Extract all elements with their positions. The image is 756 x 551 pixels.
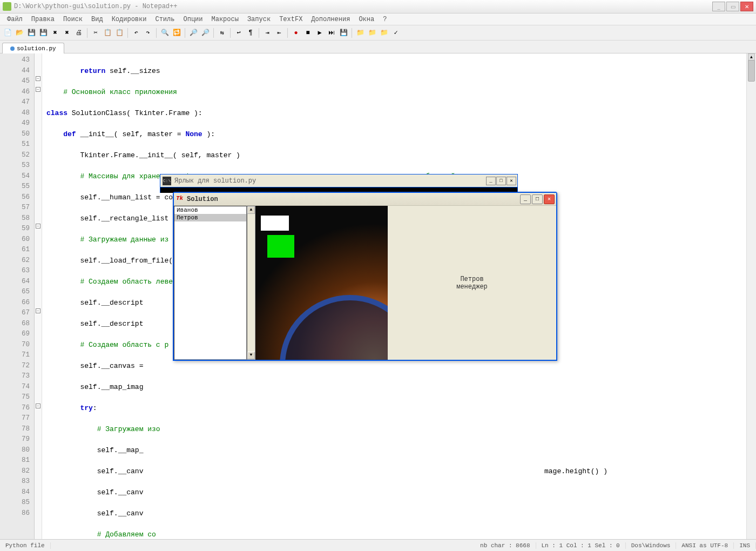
window-title: D:\Work\python-gui\solution.py - Notepad… xyxy=(14,3,177,10)
menu-windows[interactable]: Окна xyxy=(354,15,379,24)
plugin3-icon[interactable]: 📁 xyxy=(379,28,389,38)
console-minimize-button[interactable]: _ xyxy=(486,177,496,185)
menu-options[interactable]: Опции xyxy=(179,15,207,24)
solution-minimize-button[interactable]: _ xyxy=(520,194,531,204)
save-macro-icon[interactable]: 💾 xyxy=(338,28,349,38)
zoom-in-icon[interactable]: 🔎 xyxy=(188,28,199,38)
app-icon xyxy=(3,2,11,11)
solution-close-button[interactable]: ✕ xyxy=(544,194,555,204)
sync-icon[interactable]: ⇆ xyxy=(217,28,227,38)
status-insert: INS xyxy=(734,542,756,549)
list-item[interactable]: Иванов xyxy=(174,206,246,214)
save-icon[interactable]: 💾 xyxy=(26,28,37,38)
close-file-icon[interactable]: ✖ xyxy=(50,28,60,38)
solution-maximize-button[interactable]: □ xyxy=(532,194,543,204)
line-gutter: 4344454647484950515253545556575859606162… xyxy=(0,53,35,549)
list-item[interactable]: Петров xyxy=(174,214,246,221)
hidden-chars-icon[interactable]: ¶ xyxy=(245,28,256,38)
menu-edit[interactable]: Правка xyxy=(27,15,59,24)
fold-box-icon[interactable]: − xyxy=(36,224,40,229)
play-macro-icon[interactable]: ▶ xyxy=(314,28,325,38)
scroll-down-icon[interactable]: ▼ xyxy=(247,352,255,359)
employee-listbox[interactable]: Иванов Петров xyxy=(174,206,247,360)
menu-plugins[interactable]: Дополнения xyxy=(307,15,354,24)
fold-box-icon[interactable]: − xyxy=(36,87,40,92)
minimize-button[interactable]: _ xyxy=(712,2,725,11)
maximize-button[interactable]: ▭ xyxy=(726,2,739,11)
map-canvas[interactable] xyxy=(255,206,388,360)
copy-icon[interactable]: 📋 xyxy=(102,28,113,38)
redo-icon[interactable]: ↷ xyxy=(143,28,153,38)
zoom-out-icon[interactable]: 🔎 xyxy=(200,28,211,38)
replace-icon[interactable]: 🔁 xyxy=(171,28,182,38)
cut-icon[interactable]: ✂ xyxy=(90,28,101,38)
employee-rect-white[interactable] xyxy=(261,216,289,231)
fold-box-icon[interactable]: − xyxy=(36,76,40,81)
tabbar: solution.py xyxy=(0,41,756,53)
status-lang: Python file xyxy=(0,542,51,549)
outdent-icon[interactable]: ⇤ xyxy=(274,28,285,38)
solution-window[interactable]: Tk Solution _ □ ✕ Иванов Петров ▲ ▼ Петр… xyxy=(173,192,557,361)
status-encoding: ANSI as UTF-8 xyxy=(676,542,734,549)
menu-macros[interactable]: Макросы xyxy=(207,15,243,24)
listbox-scrollbar[interactable]: ▲ ▼ xyxy=(247,206,255,360)
console-close-button[interactable]: ✕ xyxy=(507,177,516,185)
menu-search[interactable]: Поиск xyxy=(59,15,87,24)
menubar: Файл Правка Поиск Вид Кодировки Стиль Оп… xyxy=(0,14,756,25)
solution-titlebar[interactable]: Tk Solution _ □ ✕ xyxy=(174,193,556,206)
spellcheck-icon[interactable]: ✓ xyxy=(390,28,401,38)
print-icon[interactable]: 🖨 xyxy=(73,28,84,38)
status-eol: Dos\Windows xyxy=(626,542,677,549)
fold-box-icon[interactable]: − xyxy=(36,404,40,408)
fold-gutter[interactable]: − − − − − xyxy=(35,53,42,549)
vertical-scrollbar[interactable]: ▲ ▼ xyxy=(746,53,756,549)
wrap-icon[interactable]: ↩ xyxy=(233,28,244,38)
description-panel: Петров менеджер xyxy=(388,206,556,360)
window-titlebar: D:\Work\python-gui\solution.py - Notepad… xyxy=(0,0,756,14)
find-icon[interactable]: 🔍 xyxy=(159,28,170,38)
menu-textfx[interactable]: TextFX xyxy=(275,15,307,24)
tab-modified-icon xyxy=(10,46,15,51)
console-maximize-button[interactable]: □ xyxy=(496,177,506,185)
record-macro-icon[interactable]: ● xyxy=(291,28,301,38)
console-window-titlebar[interactable]: C:\ Ярлык для solution.py _ □ ✕ xyxy=(160,174,518,187)
status-pos: Ln : 1 Col : 1 Sel : 0 xyxy=(536,542,626,549)
undo-icon[interactable]: ↶ xyxy=(131,28,141,38)
solution-title: Solution xyxy=(187,196,520,203)
toolbar: 📄 📂 💾 💾 ✖ ✖ 🖨 ✂ 📋 📋 ↶ ↷ 🔍 🔁 🔎 🔎 ⇆ ↩ ¶ ⇥ … xyxy=(0,25,756,41)
tab-solution[interactable]: solution.py xyxy=(2,43,64,53)
new-file-icon[interactable]: 📄 xyxy=(2,28,13,38)
close-button[interactable]: ✕ xyxy=(740,2,753,11)
status-chars: nb char : 8668 xyxy=(475,542,536,549)
statusbar: Python file nb char : 8668 Ln : 1 Col : … xyxy=(0,539,756,551)
plugin1-icon[interactable]: 📁 xyxy=(355,28,366,38)
console-title: Ярлык для solution.py xyxy=(173,177,486,185)
employee-rect-green[interactable] xyxy=(267,235,294,258)
indent-icon[interactable]: ⇥ xyxy=(262,28,273,38)
open-file-icon[interactable]: 📂 xyxy=(14,28,25,38)
tab-label: solution.py xyxy=(17,45,56,52)
employee-name: Петров xyxy=(460,276,483,283)
stop-macro-icon[interactable]: ■ xyxy=(302,28,313,38)
close-all-icon[interactable]: ✖ xyxy=(62,28,72,38)
save-all-icon[interactable]: 💾 xyxy=(38,28,49,38)
plugin2-icon[interactable]: 📁 xyxy=(367,28,377,38)
scroll-thumb[interactable] xyxy=(748,60,755,82)
fold-box-icon[interactable]: − xyxy=(36,308,40,313)
menu-view[interactable]: Вид xyxy=(87,15,107,24)
play-multi-icon[interactable]: ⏭ xyxy=(326,28,337,38)
scroll-up-icon[interactable]: ▲ xyxy=(247,206,255,214)
menu-encodings[interactable]: Кодировки xyxy=(107,15,151,24)
menu-run[interactable]: Запуск xyxy=(243,15,275,24)
tk-icon: Tk xyxy=(176,195,185,204)
paste-icon[interactable]: 📋 xyxy=(114,28,125,38)
employee-role: менеджер xyxy=(456,283,488,291)
menu-style[interactable]: Стиль xyxy=(151,15,179,24)
menu-help[interactable]: ? xyxy=(379,15,391,24)
menu-file[interactable]: Файл xyxy=(3,15,27,24)
solution-body: Иванов Петров ▲ ▼ Петров менеджер xyxy=(174,206,556,360)
console-icon: C:\ xyxy=(163,177,171,185)
